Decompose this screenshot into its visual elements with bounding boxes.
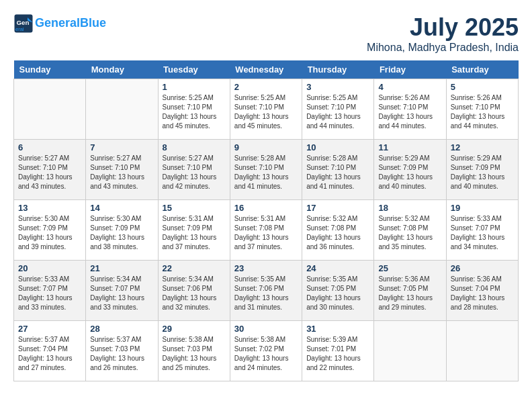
day-cell	[14, 79, 86, 140]
calendar-body: 1Sunrise: 5:25 AM Sunset: 7:10 PM Daylig…	[14, 79, 519, 381]
day-number: 5	[451, 82, 514, 92]
day-number: 19	[451, 203, 514, 213]
day-cell: 4Sunrise: 5:26 AM Sunset: 7:10 PM Daylig…	[374, 79, 446, 140]
day-cell: 16Sunrise: 5:31 AM Sunset: 7:08 PM Dayli…	[230, 200, 302, 261]
day-cell	[446, 321, 518, 381]
day-number: 2	[234, 82, 298, 92]
day-cell	[374, 321, 446, 381]
header-cell-monday: Monday	[86, 60, 158, 79]
day-info: Sunrise: 5:37 AM Sunset: 7:03 PM Dayligh…	[90, 335, 153, 373]
day-cell: 2Sunrise: 5:25 AM Sunset: 7:10 PM Daylig…	[230, 79, 302, 140]
day-number: 12	[451, 142, 514, 152]
day-number: 29	[163, 324, 226, 334]
day-info: Sunrise: 5:27 AM Sunset: 7:10 PM Dayligh…	[90, 154, 153, 191]
day-info: Sunrise: 5:25 AM Sunset: 7:10 PM Dayligh…	[234, 93, 298, 131]
day-number: 31	[306, 324, 369, 334]
day-info: Sunrise: 5:28 AM Sunset: 7:10 PM Dayligh…	[234, 154, 298, 191]
day-number: 28	[90, 324, 153, 334]
day-number: 21	[90, 263, 153, 273]
header-cell-friday: Friday	[374, 60, 446, 79]
page-header: Gen eral GeneralBlue July 2025 Mihona, M…	[13, 13, 519, 54]
logo-icon: Gen eral	[13, 13, 34, 34]
day-info: Sunrise: 5:34 AM Sunset: 7:06 PM Dayligh…	[163, 275, 226, 312]
day-number: 17	[306, 203, 369, 213]
logo-text: GeneralBlue	[35, 17, 106, 30]
day-number: 24	[306, 263, 369, 273]
logo-line1: General	[35, 16, 80, 30]
day-info: Sunrise: 5:30 AM Sunset: 7:09 PM Dayligh…	[90, 214, 153, 252]
day-number: 30	[234, 324, 298, 334]
day-cell: 8Sunrise: 5:27 AM Sunset: 7:10 PM Daylig…	[158, 140, 230, 200]
day-info: Sunrise: 5:26 AM Sunset: 7:10 PM Dayligh…	[378, 93, 441, 131]
week-row-2: 6Sunrise: 5:27 AM Sunset: 7:10 PM Daylig…	[14, 140, 519, 200]
day-info: Sunrise: 5:26 AM Sunset: 7:10 PM Dayligh…	[451, 93, 514, 131]
day-cell: 3Sunrise: 5:25 AM Sunset: 7:10 PM Daylig…	[302, 79, 374, 140]
title-block: July 2025 Mihona, Madhya Pradesh, India	[367, 13, 519, 54]
day-cell: 22Sunrise: 5:34 AM Sunset: 7:06 PM Dayli…	[158, 261, 230, 321]
day-cell: 31Sunrise: 5:39 AM Sunset: 7:01 PM Dayli…	[302, 321, 374, 381]
location: Mihona, Madhya Pradesh, India	[367, 42, 519, 54]
day-info: Sunrise: 5:39 AM Sunset: 7:01 PM Dayligh…	[306, 335, 369, 373]
day-info: Sunrise: 5:34 AM Sunset: 7:07 PM Dayligh…	[90, 275, 153, 312]
logo-line2: Blue	[80, 16, 106, 30]
day-cell: 26Sunrise: 5:36 AM Sunset: 7:04 PM Dayli…	[446, 261, 518, 321]
day-info: Sunrise: 5:29 AM Sunset: 7:09 PM Dayligh…	[378, 154, 441, 191]
day-cell: 9Sunrise: 5:28 AM Sunset: 7:10 PM Daylig…	[230, 140, 302, 200]
day-number: 25	[378, 263, 441, 273]
day-number: 13	[18, 203, 81, 213]
day-cell: 14Sunrise: 5:30 AM Sunset: 7:09 PM Dayli…	[86, 200, 158, 261]
day-info: Sunrise: 5:33 AM Sunset: 7:07 PM Dayligh…	[451, 214, 514, 252]
week-row-4: 20Sunrise: 5:33 AM Sunset: 7:07 PM Dayli…	[14, 261, 519, 321]
day-info: Sunrise: 5:38 AM Sunset: 7:02 PM Dayligh…	[234, 335, 298, 373]
day-number: 4	[378, 82, 441, 92]
day-cell: 20Sunrise: 5:33 AM Sunset: 7:07 PM Dayli…	[14, 261, 86, 321]
day-info: Sunrise: 5:32 AM Sunset: 7:08 PM Dayligh…	[378, 214, 441, 252]
day-cell: 6Sunrise: 5:27 AM Sunset: 7:10 PM Daylig…	[14, 140, 86, 200]
header-cell-saturday: Saturday	[446, 60, 518, 79]
day-cell: 29Sunrise: 5:38 AM Sunset: 7:03 PM Dayli…	[158, 321, 230, 381]
day-cell: 21Sunrise: 5:34 AM Sunset: 7:07 PM Dayli…	[86, 261, 158, 321]
day-cell: 25Sunrise: 5:36 AM Sunset: 7:05 PM Dayli…	[374, 261, 446, 321]
day-number: 18	[378, 203, 441, 213]
header-row: SundayMondayTuesdayWednesdayThursdayFrid…	[14, 60, 519, 79]
day-cell: 7Sunrise: 5:27 AM Sunset: 7:10 PM Daylig…	[86, 140, 158, 200]
day-info: Sunrise: 5:27 AM Sunset: 7:10 PM Dayligh…	[18, 154, 81, 191]
day-info: Sunrise: 5:31 AM Sunset: 7:08 PM Dayligh…	[234, 214, 298, 252]
day-cell: 11Sunrise: 5:29 AM Sunset: 7:09 PM Dayli…	[374, 140, 446, 200]
day-info: Sunrise: 5:36 AM Sunset: 7:05 PM Dayligh…	[378, 275, 441, 312]
day-number: 6	[18, 142, 81, 152]
day-cell: 13Sunrise: 5:30 AM Sunset: 7:09 PM Dayli…	[14, 200, 86, 261]
calendar-header: SundayMondayTuesdayWednesdayThursdayFrid…	[14, 60, 519, 79]
day-info: Sunrise: 5:35 AM Sunset: 7:06 PM Dayligh…	[234, 275, 298, 312]
day-info: Sunrise: 5:36 AM Sunset: 7:04 PM Dayligh…	[451, 275, 514, 312]
day-cell: 18Sunrise: 5:32 AM Sunset: 7:08 PM Dayli…	[374, 200, 446, 261]
header-cell-sunday: Sunday	[14, 60, 86, 79]
calendar-table: SundayMondayTuesdayWednesdayThursdayFrid…	[13, 60, 519, 381]
day-number: 23	[234, 263, 298, 273]
day-cell: 5Sunrise: 5:26 AM Sunset: 7:10 PM Daylig…	[446, 79, 518, 140]
day-cell: 15Sunrise: 5:31 AM Sunset: 7:09 PM Dayli…	[158, 200, 230, 261]
month-title: July 2025	[367, 13, 519, 42]
day-info: Sunrise: 5:32 AM Sunset: 7:08 PM Dayligh…	[306, 214, 369, 252]
day-info: Sunrise: 5:35 AM Sunset: 7:05 PM Dayligh…	[306, 275, 369, 312]
week-row-1: 1Sunrise: 5:25 AM Sunset: 7:10 PM Daylig…	[14, 79, 519, 140]
day-number: 11	[378, 142, 441, 152]
day-info: Sunrise: 5:29 AM Sunset: 7:09 PM Dayligh…	[451, 154, 514, 191]
header-cell-thursday: Thursday	[302, 60, 374, 79]
day-info: Sunrise: 5:30 AM Sunset: 7:09 PM Dayligh…	[18, 214, 81, 252]
week-row-5: 27Sunrise: 5:37 AM Sunset: 7:04 PM Dayli…	[14, 321, 519, 381]
day-number: 14	[90, 203, 153, 213]
day-number: 10	[306, 142, 369, 152]
day-info: Sunrise: 5:25 AM Sunset: 7:10 PM Dayligh…	[163, 93, 226, 131]
day-number: 27	[18, 324, 81, 334]
day-info: Sunrise: 5:31 AM Sunset: 7:09 PM Dayligh…	[163, 214, 226, 252]
day-number: 3	[306, 82, 369, 92]
day-cell: 24Sunrise: 5:35 AM Sunset: 7:05 PM Dayli…	[302, 261, 374, 321]
day-cell: 17Sunrise: 5:32 AM Sunset: 7:08 PM Dayli…	[302, 200, 374, 261]
day-number: 20	[18, 263, 81, 273]
day-cell: 30Sunrise: 5:38 AM Sunset: 7:02 PM Dayli…	[230, 321, 302, 381]
day-info: Sunrise: 5:27 AM Sunset: 7:10 PM Dayligh…	[163, 154, 226, 191]
day-info: Sunrise: 5:28 AM Sunset: 7:10 PM Dayligh…	[306, 154, 369, 191]
day-info: Sunrise: 5:33 AM Sunset: 7:07 PM Dayligh…	[18, 275, 81, 312]
day-info: Sunrise: 5:37 AM Sunset: 7:04 PM Dayligh…	[18, 335, 81, 373]
